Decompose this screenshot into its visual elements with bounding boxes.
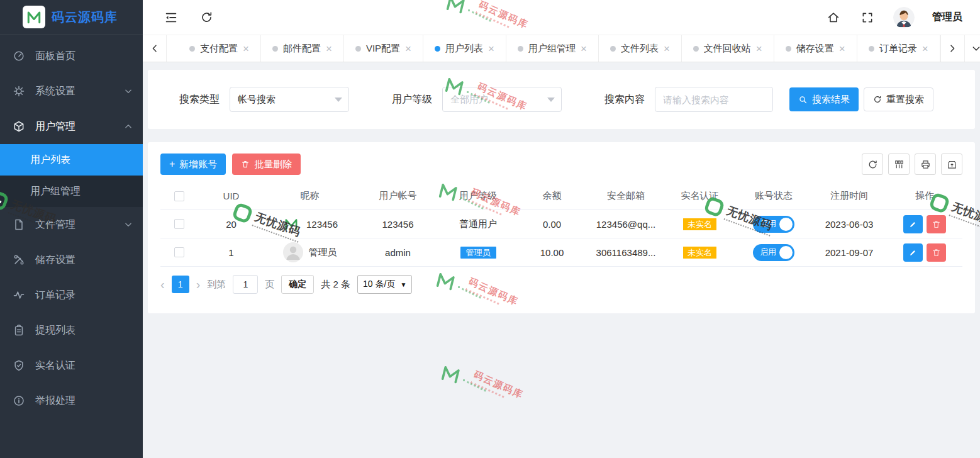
tab-label: 支付配置 [200, 43, 238, 55]
collapse-menu-icon[interactable] [163, 9, 179, 26]
cell-nickname: 管理员 [309, 247, 337, 259]
avatar[interactable] [893, 7, 915, 28]
search-panel: 搜索类型 帐号搜索 用户等级 全部用户 搜索内容 搜索结果 重置搜索 [148, 70, 975, 129]
sidebar-item-user-group[interactable]: 用户组管理 [0, 176, 143, 207]
close-icon[interactable]: × [756, 43, 762, 54]
close-icon[interactable]: × [839, 43, 845, 54]
print-button[interactable] [915, 154, 936, 175]
tabs-scroll-left-button[interactable] [143, 35, 167, 62]
tab-dot [272, 46, 278, 52]
trash-icon [241, 160, 250, 169]
admin-name[interactable]: 管理员 [932, 11, 962, 24]
edit-button[interactable] [903, 215, 923, 233]
sidebar-item-label: 文件管理 [35, 218, 75, 232]
delete-button[interactable] [927, 243, 946, 262]
confirm-page-button[interactable]: 确定 [281, 275, 314, 294]
plus-icon: + [169, 159, 175, 170]
close-icon[interactable]: × [488, 43, 494, 54]
toggle-knob [779, 218, 793, 231]
tab-file-recycle[interactable]: 文件回收站× [682, 35, 774, 62]
realname-badge: 未实名 [683, 218, 716, 230]
edit-button[interactable] [903, 243, 923, 262]
add-account-button[interactable]: + 新增账号 [160, 154, 226, 175]
page-size-select[interactable]: 10 条/页 ▼ [357, 275, 412, 294]
fullscreen-icon[interactable] [859, 9, 876, 26]
tab-user-group[interactable]: 用户组管理× [506, 35, 599, 62]
user-level-label: 用户等级 [392, 93, 432, 106]
gear-icon [13, 85, 26, 98]
tab-order-records[interactable]: 订单记录× [857, 35, 940, 62]
tab-label: 文件列表 [621, 43, 659, 55]
prev-page-button[interactable]: ‹ [160, 278, 165, 291]
table-header-row: UID 昵称 用户帐号 用户等级 余额 安全邮箱 实名认证 账号状态 注册时间 … [160, 182, 962, 210]
header-status: 账号状态 [736, 190, 811, 202]
tabs-scroll-right-button[interactable] [940, 35, 964, 62]
search-button[interactable]: 搜索结果 [789, 87, 859, 111]
user-avatar [283, 242, 303, 262]
close-icon[interactable]: × [326, 43, 332, 54]
sidebar-item-withdraw-list[interactable]: 提现列表 [0, 313, 143, 348]
close-icon[interactable]: × [922, 43, 928, 54]
refresh-icon[interactable] [198, 9, 214, 26]
select-all-checkbox[interactable] [174, 191, 184, 201]
user-admin-page: { "app": { "admin_name": "管理员" }, "color… [0, 0, 980, 458]
sidebar-item-realname-auth[interactable]: 实名认证 [0, 348, 143, 383]
cell-level: 管理员 [440, 247, 516, 259]
close-icon[interactable]: × [405, 43, 411, 54]
sidebar-item-user-list[interactable]: 用户列表 [0, 144, 143, 176]
header-regtime: 注册时间 [811, 190, 887, 202]
home-icon[interactable] [825, 9, 842, 26]
close-icon[interactable]: × [664, 43, 670, 54]
sidebar-item-order-records[interactable]: 订单记录 [0, 277, 143, 313]
sidebar-item-file-management[interactable]: 文件管理 [0, 207, 143, 242]
sidebar-item-report-handling[interactable]: 举报处理 [0, 383, 143, 418]
batch-delete-button[interactable]: 批量删除 [232, 154, 301, 175]
header-nickname: 昵称 [264, 190, 355, 202]
header-account: 用户帐号 [355, 190, 440, 202]
sidebar-item-user-management[interactable]: 用户管理 [0, 109, 143, 144]
row-checkbox[interactable] [174, 219, 184, 229]
header-actions: 操作 [887, 190, 962, 202]
search-icon [798, 95, 808, 104]
column-filter-button[interactable] [888, 154, 910, 175]
tab-label: 用户列表 [445, 43, 483, 55]
shield-check-icon [13, 359, 26, 372]
reset-search-button[interactable]: 重置搜索 [864, 87, 933, 111]
close-icon[interactable]: × [243, 43, 249, 54]
tabs-menu-button[interactable] [964, 35, 980, 62]
tab-pay-config[interactable]: 支付配置× [178, 35, 261, 62]
close-icon[interactable]: × [581, 43, 587, 54]
tab-user-list[interactable]: 用户列表× [423, 35, 506, 62]
delete-button[interactable] [927, 215, 946, 233]
file-icon [13, 218, 26, 231]
current-page-button[interactable]: 1 [172, 276, 189, 293]
tab-file-list[interactable]: 文件列表× [599, 35, 682, 62]
tab-storage-settings[interactable]: 储存设置× [774, 35, 857, 62]
logo-title: 码云源码库 [52, 9, 118, 26]
chevron-up-icon [124, 122, 133, 131]
status-toggle[interactable]: 启用 [753, 244, 794, 261]
header-balance: 余额 [516, 190, 588, 202]
watermark-site: 码云源码库 [438, 361, 526, 403]
sidebar-item-storage-settings[interactable]: 储存设置 [0, 242, 143, 277]
sidebar-item-system-settings[interactable]: 系统设置 [0, 74, 143, 109]
table-tools [862, 154, 962, 175]
tab-vip-config[interactable]: VIP配置× [344, 35, 423, 62]
export-button[interactable] [941, 154, 962, 175]
tab-label: 储存设置 [796, 43, 834, 55]
next-page-button[interactable]: › [196, 278, 201, 291]
search-content-input[interactable] [655, 87, 773, 112]
sidebar-item-dashboard[interactable]: 面板首页 [0, 38, 143, 74]
cell-uid: 1 [198, 247, 264, 258]
tab-dot [355, 46, 361, 52]
row-checkbox[interactable] [174, 247, 184, 257]
user-level-select[interactable]: 全部用户 [442, 87, 562, 112]
status-toggle[interactable]: 启用 [753, 216, 794, 233]
sidebar-item-label: 提现列表 [35, 324, 75, 337]
search-content-label: 搜索内容 [604, 93, 645, 106]
goto-page-input[interactable] [233, 275, 258, 294]
tab-mail-config[interactable]: 邮件配置× [261, 35, 344, 62]
search-type-select[interactable]: 帐号搜索 [230, 87, 349, 112]
table-refresh-button[interactable] [862, 154, 883, 175]
search-button-label: 搜索结果 [812, 94, 850, 106]
